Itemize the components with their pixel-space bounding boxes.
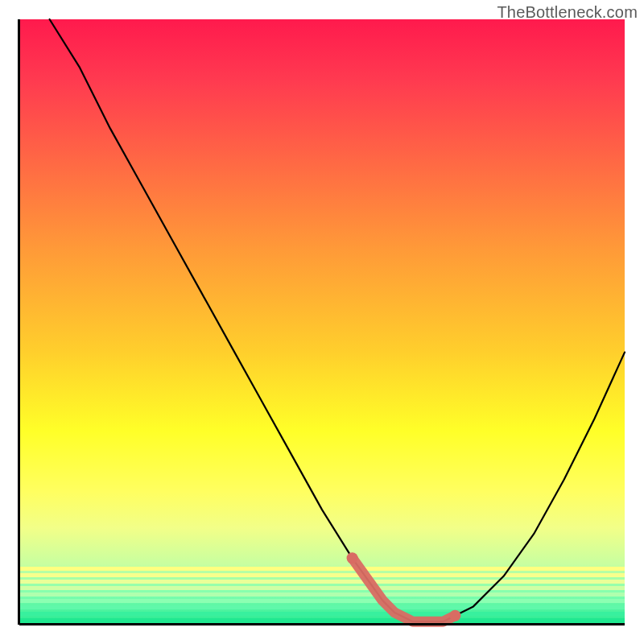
watermark-text: TheBottleneck.com [497,3,638,22]
chart-container: TheBottleneck.com [0,0,644,644]
bottleneck-curve [50,19,625,621]
curve-svg [19,19,625,625]
optimal-range-highlight [353,558,456,621]
highlight-dot [449,610,460,621]
highlight-dot [347,552,358,564]
x-axis [19,623,625,625]
y-axis [18,19,20,625]
plot-area [19,19,625,625]
